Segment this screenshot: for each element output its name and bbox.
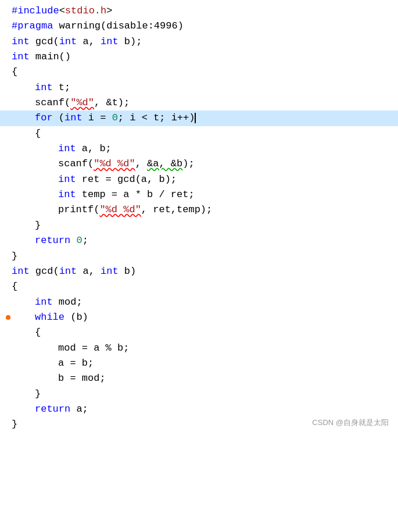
- code-line-22: {: [12, 325, 398, 340]
- code-line-3: int gcd(int a, int b);: [12, 34, 398, 49]
- line-21: while (b): [0, 310, 398, 325]
- text-cursor: [195, 113, 196, 123]
- line-19: {: [0, 279, 398, 294]
- code-editor: #include<stdio.h> #pragma warning(disabl…: [0, 0, 398, 436]
- line-5: {: [0, 65, 398, 80]
- line-9: {: [0, 126, 398, 141]
- line-2: #pragma warning(disable:4996): [0, 19, 398, 34]
- line-20: int mod;: [0, 295, 398, 310]
- code-line-24: a = b;: [12, 356, 398, 371]
- code-line-12: int ret = gcd(a, b);: [12, 172, 398, 187]
- code-line-16: return 0;: [12, 233, 398, 248]
- code-line-25: b = mod;: [12, 371, 398, 386]
- line-7: scanf("%d", &t);: [0, 95, 398, 110]
- code-line-18: int gcd(int a, int b): [12, 264, 398, 279]
- breakpoint-indicator[interactable]: [6, 315, 10, 320]
- code-line-4: int main(): [12, 49, 398, 65]
- line-6: int t;: [0, 80, 398, 95]
- keyword-include: #include: [12, 5, 59, 16]
- code-line-26: }: [12, 387, 398, 402]
- code-line-2: #pragma warning(disable:4996): [12, 19, 398, 34]
- line-14: printf("%d %d", ret,temp);: [0, 202, 398, 217]
- line-26: }: [0, 387, 398, 402]
- line-8: for (int i = 0; i < t; i++): [0, 110, 398, 126]
- code-line-14: printf("%d %d", ret,temp);: [12, 202, 398, 217]
- line-23: mod = a % b;: [0, 341, 398, 356]
- line-4: int main(): [0, 49, 398, 65]
- code-line-6: int t;: [12, 80, 398, 95]
- line-13: int temp = a * b / ret;: [0, 187, 398, 202]
- line-27: return a;: [0, 402, 398, 417]
- gutter-21: [5, 315, 12, 320]
- line-24: a = b;: [0, 356, 398, 371]
- line-11: scanf("%d %d", &a, &b);: [0, 156, 398, 172]
- code-line-21: while (b): [12, 310, 398, 325]
- code-line-11: scanf("%d %d", &a, &b);: [12, 156, 398, 172]
- code-line-23: mod = a % b;: [12, 341, 398, 356]
- code-line-19: {: [12, 279, 398, 294]
- code-line-10: int a, b;: [12, 141, 398, 156]
- line-16: return 0;: [0, 233, 398, 248]
- code-line-20: int mod;: [12, 295, 398, 310]
- code-line-1: #include<stdio.h>: [12, 3, 398, 19]
- code-line-5: {: [12, 65, 398, 80]
- code-line-8: for (int i = 0; i < t; i++): [12, 110, 398, 126]
- line-22: {: [0, 325, 398, 340]
- code-line-7: scanf("%d", &t);: [12, 95, 398, 110]
- line-10: int a, b;: [0, 141, 398, 156]
- line-3: int gcd(int a, int b);: [0, 34, 398, 49]
- code-line-15: }: [12, 218, 398, 233]
- line-25: b = mod;: [0, 371, 398, 386]
- code-line-9: {: [12, 126, 398, 141]
- watermark: CSDN @自身就是太阳: [312, 417, 389, 429]
- code-line-17: }: [12, 249, 398, 264]
- code-line-13: int temp = a * b / ret;: [12, 187, 398, 202]
- line-12: int ret = gcd(a, b);: [0, 172, 398, 187]
- line-1: #include<stdio.h>: [0, 3, 398, 19]
- header-file: stdio.h: [65, 5, 106, 16]
- line-18: int gcd(int a, int b): [0, 264, 398, 279]
- line-15: }: [0, 218, 398, 233]
- code-line-27: return a;: [12, 402, 398, 417]
- line-17: }: [0, 249, 398, 264]
